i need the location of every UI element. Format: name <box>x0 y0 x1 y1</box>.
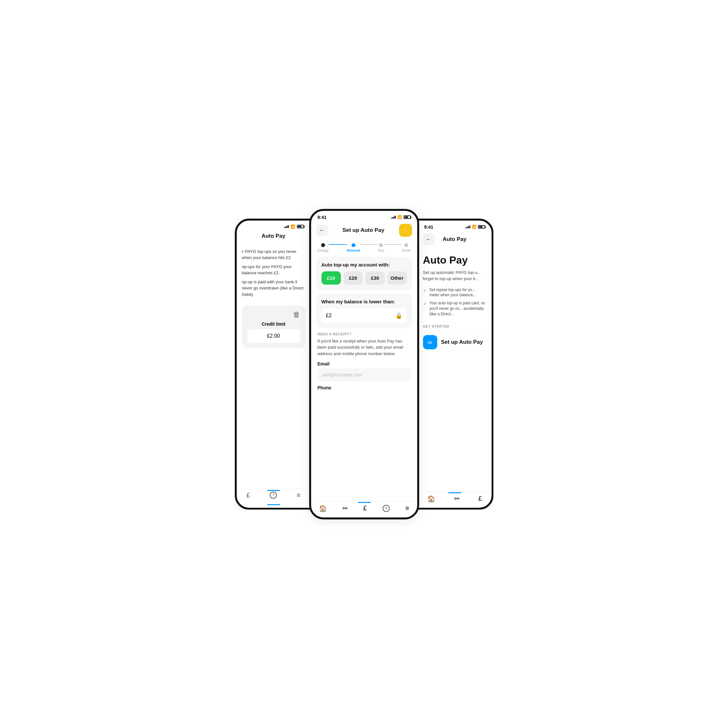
credit-card: 🗑 Credit limit £2.00 <box>242 305 305 348</box>
header-title-right: Auto Pay <box>443 236 467 243</box>
step-amount: Amount <box>347 243 360 252</box>
left-desc3: op-up is paid with your bank ll never go… <box>242 279 305 298</box>
email-field-label: Email <box>318 361 411 366</box>
header-center: ← Set up Auto Pay ⚡ <box>311 221 417 241</box>
left-desc2: op-ups for your PAYG your balance reache… <box>242 264 305 276</box>
topup-card-title: Auto top-up my account with: <box>321 262 407 268</box>
step-done: Done <box>402 243 410 252</box>
header-right: ← Auto Pay <box>418 231 492 249</box>
wifi-icon-right: 📶 <box>472 225 476 229</box>
check-text-2: Your auto top-up is paid card, so you'll… <box>430 300 486 317</box>
back-button-center[interactable]: ← <box>316 225 328 236</box>
help-icon-center: ? <box>382 505 390 512</box>
menu-icon-center: ≡ <box>405 505 410 512</box>
pounds-icon-center: £ <box>363 505 367 512</box>
amount-options: £10 £20 £30 Other <box>321 271 407 284</box>
nav-item-pounds-left[interactable]: £ <box>246 492 250 499</box>
receipt-section-label: NEED A RECEIPT? <box>318 332 411 336</box>
check-text-1: Set repeat top-ups for yo... meter when … <box>430 287 486 298</box>
nav-item-activity-right[interactable]: ⚯ <box>454 495 459 502</box>
status-bar-left: 📶 <box>237 220 310 230</box>
nav-item-pounds-center[interactable]: £ <box>363 505 367 512</box>
receipt-description: If you'd like a receipt when your Auto P… <box>318 338 411 357</box>
email-input[interactable]: sam@example.com <box>318 369 411 381</box>
nav-item-menu-left[interactable]: ≡ <box>297 492 300 499</box>
infinity-icon: ∞ <box>428 339 432 346</box>
balance-input-row: £2 🔒 <box>321 308 407 323</box>
nav-item-home-right[interactable]: 🏠 <box>427 495 435 503</box>
signal-icon-left <box>284 225 289 228</box>
autopay-desc: Set up automatic PAYG top-u... forget to… <box>423 269 486 282</box>
left-screen-content: c PAYG top-ups so you never when your ba… <box>237 243 310 489</box>
activity-icon-center: ⚯ <box>343 505 347 512</box>
step-label-done: Done <box>402 248 410 252</box>
stepper: Energy Amount Pay Done <box>311 241 417 252</box>
signal-icon-center <box>391 216 396 219</box>
step-dot-amount <box>352 243 355 247</box>
credit-value: £2.00 <box>247 329 300 343</box>
status-bar-right: 9:41 📶 <box>418 220 492 231</box>
step-label-pay: Pay <box>378 248 384 252</box>
status-time-center: 9:41 <box>318 215 327 220</box>
lightning-icon: ⚡ <box>401 226 410 234</box>
wifi-icon-center: 📶 <box>398 215 402 219</box>
canvas: 📶 Auto Pay c PAYG top-ups so you never w… <box>182 182 546 546</box>
phone-field-label: Phone <box>318 385 411 390</box>
status-icons-center: 📶 <box>391 215 411 219</box>
amount-btn-20[interactable]: £20 <box>343 271 363 284</box>
checkmark-1: ✓ <box>423 288 427 293</box>
receipt-section: NEED A RECEIPT? If you'd like a receipt … <box>316 332 412 393</box>
credit-label: Credit limit <box>247 321 300 327</box>
status-time-right: 9:41 <box>424 225 433 229</box>
email-placeholder: sam@example.com <box>322 372 362 378</box>
balance-value: £2 <box>326 313 332 318</box>
check-item-1: ✓ Set repeat top-ups for yo... meter whe… <box>423 287 486 298</box>
status-icons-left: 📶 <box>284 225 304 229</box>
amount-btn-30[interactable]: £30 <box>366 271 385 284</box>
signal-icon-right <box>465 225 470 228</box>
nav-item-menu-center[interactable]: ≡ <box>405 505 410 512</box>
step-dot-pay <box>379 243 383 247</box>
bottom-nav-center: 🏠 ⚯ £ ? ≡ <box>311 502 417 517</box>
nav-item-home-center[interactable]: 🏠 <box>319 505 327 512</box>
bottom-nav-right: 🏠 ⚯ £ <box>418 492 492 508</box>
checkmark-2: ✓ <box>423 301 427 306</box>
home-icon-center: 🏠 <box>319 505 327 512</box>
step-connector-3 <box>384 244 402 245</box>
battery-icon-left <box>297 225 304 228</box>
back-button-right[interactable]: ← <box>423 234 435 245</box>
bottom-nav-left: £ ? ≡ <box>237 489 310 504</box>
header-left: Auto Pay <box>237 230 310 243</box>
setup-btn-icon: ∞ <box>423 335 437 349</box>
activity-icon-right: ⚯ <box>454 495 459 502</box>
nav-item-pounds-right[interactable]: £ <box>478 495 482 502</box>
center-screen-content: Auto top-up my account with: £10 £20 £30… <box>311 257 417 502</box>
battery-icon-center <box>404 216 411 219</box>
check-item-2: ✓ Your auto top-up is paid card, so you'… <box>423 300 486 317</box>
header-title-left: Auto Pay <box>262 233 286 239</box>
step-label-amount: Amount <box>347 248 360 252</box>
balance-card: When my balance is lower than: £2 🔒 <box>316 294 412 328</box>
battery-icon-right <box>478 225 485 229</box>
step-dot-done <box>404 243 408 247</box>
nav-item-help-left[interactable]: ? <box>270 492 277 499</box>
nav-item-help-center[interactable]: ? <box>382 505 390 512</box>
step-connector-2 <box>360 244 378 245</box>
delete-icon[interactable]: 🗑 <box>247 310 300 319</box>
amount-btn-other[interactable]: Other <box>387 271 407 284</box>
right-screen-content: Auto Pay Set up automatic PAYG top-u... … <box>418 249 492 492</box>
phone-right: 9:41 📶 ← Auto Pay <box>416 219 494 510</box>
wifi-icon-left: 📶 <box>291 225 295 229</box>
get-started-label: GET STARTED <box>423 324 486 328</box>
nav-item-activity-center[interactable]: ⚯ <box>343 505 347 512</box>
lightning-button[interactable]: ⚡ <box>399 224 412 237</box>
header-title-center: Set up Auto Pay <box>343 227 385 234</box>
phone-left: 📶 Auto Pay c PAYG top-ups so you never w… <box>235 219 312 510</box>
setup-auto-pay-button[interactable]: ∞ Set up Auto Pay <box>423 335 486 349</box>
amount-btn-10[interactable]: £10 <box>321 271 341 284</box>
step-dot-energy <box>321 243 325 247</box>
pounds-icon-right: £ <box>478 495 482 502</box>
step-label-energy: Energy <box>318 248 329 252</box>
home-icon-right: 🏠 <box>427 495 435 503</box>
status-bar-center: 9:41 📶 <box>311 211 417 221</box>
